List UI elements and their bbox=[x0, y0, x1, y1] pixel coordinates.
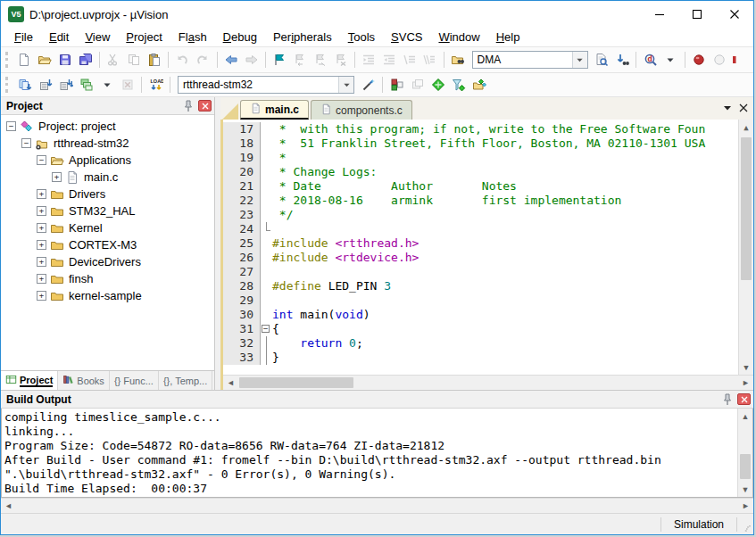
fold-margin[interactable] bbox=[261, 279, 272, 293]
cut-button[interactable] bbox=[104, 50, 124, 70]
scroll-up-icon[interactable]: ▲ bbox=[739, 120, 753, 135]
menu-edit[interactable]: Edit bbox=[41, 29, 77, 45]
menu-flash[interactable]: Flash bbox=[170, 29, 215, 45]
menu-project[interactable]: Project bbox=[118, 29, 170, 45]
translate-button[interactable] bbox=[14, 75, 35, 95]
unindent-button[interactable] bbox=[359, 50, 379, 70]
menu-file[interactable]: File bbox=[6, 29, 41, 45]
manage-rte-button[interactable] bbox=[428, 75, 448, 95]
pack-installer-button[interactable] bbox=[469, 75, 489, 95]
build-vscroll-thumb[interactable] bbox=[740, 454, 751, 479]
collapse-icon[interactable]: − bbox=[21, 138, 31, 148]
editor-vscroll-thumb[interactable] bbox=[741, 137, 752, 280]
tree-item-cortex-m3[interactable]: +CORTEX-M3 bbox=[1, 236, 214, 253]
toggle-bookmark-button[interactable] bbox=[270, 50, 290, 70]
menu-peripherals[interactable]: Peripherals bbox=[265, 29, 340, 45]
scroll-up-icon[interactable]: ▲ bbox=[738, 409, 752, 424]
debug-bookmark-button[interactable]: d bbox=[640, 50, 660, 70]
menu-view[interactable]: View bbox=[77, 29, 118, 45]
expand-icon[interactable]: + bbox=[37, 291, 46, 301]
chevron-down-icon[interactable] bbox=[572, 52, 587, 68]
open-file-button[interactable] bbox=[35, 50, 55, 70]
windows-layout-button[interactable] bbox=[407, 75, 428, 95]
target-select-combo[interactable]: rtthread-stm32 bbox=[178, 76, 354, 94]
editor-tab-main-c[interactable]: main.c bbox=[240, 100, 309, 120]
collapse-icon[interactable]: − bbox=[6, 121, 16, 131]
fold-margin[interactable] bbox=[261, 194, 272, 208]
fold-margin[interactable] bbox=[261, 308, 272, 322]
tree-item-main-c[interactable]: +main.c bbox=[1, 169, 214, 186]
build-horizontal-scrollbar[interactable]: ◄ ► bbox=[1, 498, 753, 513]
tree-item-rtthread-stm32[interactable]: −rtthread-stm32 bbox=[1, 135, 214, 152]
fold-margin[interactable] bbox=[261, 136, 272, 151]
tab-list-dropdown[interactable] bbox=[723, 102, 732, 115]
fold-margin[interactable] bbox=[261, 122, 272, 136]
resize-grip[interactable] bbox=[737, 514, 753, 534]
pin-icon[interactable] bbox=[181, 99, 195, 112]
expand-icon[interactable]: + bbox=[37, 274, 46, 284]
scroll-left-icon[interactable]: ◄ bbox=[1, 501, 16, 510]
redo-button[interactable] bbox=[193, 50, 213, 70]
expand-icon[interactable]: + bbox=[37, 257, 46, 267]
close-button[interactable] bbox=[716, 1, 753, 28]
fold-margin[interactable] bbox=[261, 293, 272, 308]
minimize-button[interactable] bbox=[641, 1, 678, 28]
find-in-files-button[interactable] bbox=[448, 50, 469, 70]
menu-help[interactable]: Help bbox=[488, 29, 528, 45]
flash-configuration-button[interactable] bbox=[386, 75, 407, 95]
scroll-right-icon[interactable]: ► bbox=[738, 378, 753, 387]
tree-item-drivers[interactable]: +Drivers bbox=[1, 186, 214, 202]
options-for-target-button[interactable] bbox=[358, 75, 378, 95]
build-vertical-scrollbar[interactable]: ▲ ▼ bbox=[737, 409, 752, 497]
fold-margin[interactable] bbox=[261, 265, 272, 279]
search-combo[interactable]: DMA bbox=[472, 51, 588, 69]
collapse-icon[interactable]: − bbox=[37, 155, 46, 165]
batch-build-button[interactable] bbox=[76, 75, 96, 95]
scroll-down-icon[interactable]: ▼ bbox=[738, 482, 752, 497]
undo-button[interactable] bbox=[172, 50, 193, 70]
expand-icon[interactable]: + bbox=[52, 172, 62, 182]
build-button[interactable] bbox=[35, 75, 55, 95]
runtime-filter-button[interactable] bbox=[448, 75, 469, 95]
panel-tab--func-[interactable]: {} Func... bbox=[110, 371, 159, 390]
scroll-right-icon[interactable]: ► bbox=[738, 501, 753, 510]
enable-breakpoint-button[interactable] bbox=[710, 50, 730, 70]
fold-margin[interactable] bbox=[261, 336, 272, 351]
fold-margin[interactable] bbox=[261, 236, 272, 251]
menu-svcs[interactable]: SVCS bbox=[383, 29, 430, 45]
editor-hscroll-thumb[interactable] bbox=[239, 377, 353, 388]
fold-margin[interactable] bbox=[261, 208, 272, 222]
navigate-back-button[interactable] bbox=[221, 50, 242, 70]
clear-bookmarks-button[interactable] bbox=[330, 50, 351, 70]
uncomment-selection-button[interactable] bbox=[420, 50, 440, 70]
expand-icon[interactable]: + bbox=[37, 223, 46, 233]
fold-margin[interactable] bbox=[261, 165, 272, 179]
expand-icon[interactable]: + bbox=[37, 206, 46, 216]
fold-margin[interactable] bbox=[261, 222, 272, 236]
save-all-button[interactable] bbox=[75, 50, 96, 70]
panel-tab-project[interactable]: Project bbox=[1, 371, 58, 390]
project-panel-close-button[interactable] bbox=[198, 100, 212, 112]
insert-breakpoint-button[interactable] bbox=[689, 50, 710, 70]
menu-debug[interactable]: Debug bbox=[215, 29, 265, 45]
download-button[interactable]: LOAD bbox=[145, 75, 166, 95]
tree-item-finsh[interactable]: +finsh bbox=[1, 270, 214, 287]
stop-build-button[interactable] bbox=[117, 75, 137, 95]
editor-vertical-scrollbar[interactable]: ▲ ▼ bbox=[738, 120, 753, 375]
scroll-down-icon[interactable]: ▼ bbox=[739, 359, 753, 375]
editor-horizontal-scrollbar[interactable]: ◄ ► bbox=[223, 375, 753, 390]
next-bookmark-button[interactable] bbox=[310, 50, 330, 70]
clipped-toolbar-icon[interactable] bbox=[729, 50, 750, 70]
menu-window[interactable]: Window bbox=[430, 29, 487, 45]
find-button[interactable] bbox=[592, 50, 612, 70]
panel-tab--temp-[interactable]: {}, Temp... bbox=[159, 371, 212, 390]
pin-icon[interactable] bbox=[720, 392, 735, 406]
fold-margin[interactable]: − bbox=[261, 322, 272, 336]
copy-button[interactable] bbox=[124, 50, 145, 70]
menu-tools[interactable]: Tools bbox=[340, 29, 383, 45]
save-button[interactable] bbox=[54, 50, 75, 70]
fold-margin[interactable] bbox=[261, 179, 272, 194]
tree-item-kernel[interactable]: +Kernel bbox=[1, 219, 214, 236]
fold-margin[interactable] bbox=[261, 151, 272, 165]
expand-icon[interactable]: + bbox=[37, 189, 46, 199]
